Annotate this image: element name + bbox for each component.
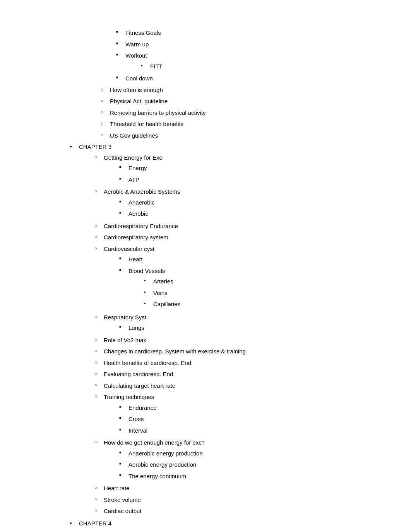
list-item: Lungs <box>119 322 388 334</box>
list-item: Cardiorespiratory system <box>94 232 388 243</box>
level3-list: Anaerobic energy production Aerobic ener… <box>119 448 388 482</box>
list-item: How often is enough <box>101 84 388 96</box>
list-item: Removing barriers to physical activity <box>101 107 388 119</box>
level4-list: Arteries Veins Capillaries <box>144 276 388 310</box>
list-item: Aerobic & Anaerobic Systems Anaerobic Ae… <box>94 186 388 220</box>
list-item: Blood Vessels Arteries Veins Capillaries <box>119 265 388 311</box>
list-item: Stroke volume <box>94 494 388 506</box>
list-item: Heart rate <box>94 483 388 494</box>
list-item: Changes in cardioresp. System with exerc… <box>94 346 388 357</box>
list-item: The energy continuum <box>119 471 388 482</box>
list-item: US Gov guidelines <box>101 130 388 142</box>
chapter4-item: CHAPTER 4 <box>70 518 388 529</box>
level3-list: Anaerobic Aerobic <box>119 197 388 220</box>
list-item: Respiratory Syst Lungs <box>94 312 388 334</box>
list-item: Endurance <box>119 402 388 414</box>
main-level1-list: CHAPTER 3 Getting Energy for Exc Energy … <box>70 141 388 529</box>
list-item: Anaerobic energy production <box>119 448 388 459</box>
list-item: Cool down <box>116 73 388 84</box>
list-item: Evaluating cardioresp. End. <box>94 368 388 380</box>
list-item: Anaerobic <box>119 197 388 208</box>
outline-container: Fitness Goals Warm up Workout FITT Cool … <box>23 15 388 529</box>
chapter4-label: CHAPTER 4 <box>79 520 111 527</box>
chapter3-label: CHAPTER 3 <box>79 143 111 150</box>
list-item: Energy <box>119 162 388 174</box>
list-item: Threshold for health benefits <box>101 118 388 130</box>
list-item: How do we get enough energy for exc? Ana… <box>94 437 388 483</box>
list-item: Aerobic energy production <box>119 459 388 471</box>
list-item: Cardiorespiratory Endurance <box>94 220 388 232</box>
preceding-level2-list: How often is enough Physical Act. guidel… <box>101 84 388 142</box>
chapter3-level2-list: Getting Energy for Exc Energy ATP Aerobi… <box>94 152 388 517</box>
list-item: Cardiac output <box>94 505 388 517</box>
list-item: Getting Energy for Exc Energy ATP <box>94 152 388 186</box>
list-item: Training techniques Endurance Cross Inte… <box>94 391 388 437</box>
list-item: Heart <box>119 254 388 265</box>
list-item: Workout FITT <box>116 50 388 73</box>
list-item: Physical Act. guideline <box>101 95 388 107</box>
list-item: Veins <box>144 287 388 299</box>
list-item: Interval <box>119 425 388 437</box>
list-item: ATP <box>119 174 388 186</box>
list-item: Arteries <box>144 276 388 287</box>
level3-list: Lungs <box>119 322 388 334</box>
list-item: FITT <box>141 61 388 72</box>
level3-list: Energy ATP <box>119 162 388 185</box>
chapter3-item: CHAPTER 3 Getting Energy for Exc Energy … <box>70 141 388 518</box>
level3-list: Endurance Cross Interval <box>119 402 388 437</box>
level4-list: FITT <box>141 61 388 72</box>
level3-list: Heart Blood Vessels Arteries Veins Capil… <box>119 254 388 311</box>
list-item: Warm up <box>116 39 388 50</box>
list-item: Health benefits of cardioresp. End. <box>94 357 388 369</box>
list-item: Aerobic <box>119 208 388 220</box>
list-item: Cardiovascular cyst Heart Blood Vessels … <box>94 243 388 312</box>
list-item: Fitness Goals <box>116 27 388 39</box>
list-item: Capillaries <box>144 298 388 310</box>
list-item: Cross <box>119 413 388 425</box>
list-item: Calculating target heart rate <box>94 380 388 392</box>
list-item: Role of Vo2 max <box>94 334 388 346</box>
preceding-level3-list: Fitness Goals Warm up Workout FITT Cool … <box>116 27 388 84</box>
